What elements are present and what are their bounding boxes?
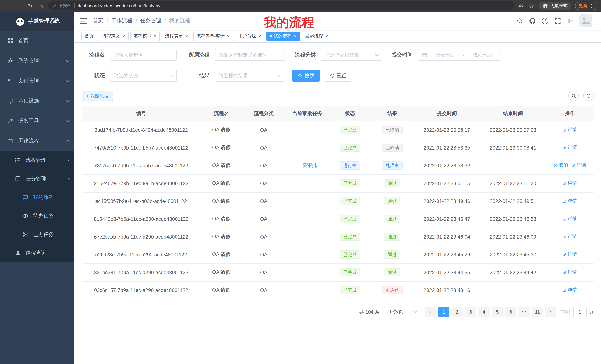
chevron-down-icon [278, 73, 282, 77]
page-button-5[interactable]: 5 [492, 307, 503, 317]
page-button-1[interactable]: 1 [438, 307, 450, 317]
table-row: 03c6c157-7b9a-11ec-a290-acde48001122OA 请… [82, 281, 594, 299]
detail-link[interactable]: 详情 [562, 198, 577, 204]
tab-process-definition[interactable]: 流程定义× [99, 31, 128, 41]
tab-my-process[interactable]: 我的流程× [266, 31, 300, 41]
page-button-4[interactable]: 4 [478, 307, 490, 317]
result-badge: 通过 [384, 233, 401, 241]
reset-button[interactable]: 重置 [324, 70, 352, 82]
cell-end-time: 2022-01-23 00:08:41 [480, 139, 546, 157]
detail-link[interactable]: 详情 [562, 234, 577, 240]
tab-close-icon[interactable]: × [122, 34, 125, 38]
tab-close-icon[interactable]: × [154, 34, 156, 38]
page-button-6[interactable]: 6 [505, 307, 516, 317]
category-select[interactable]: 请选择流程分类 [321, 49, 382, 61]
search-icon[interactable] [517, 18, 523, 24]
reload-icon[interactable]: ↻ [26, 3, 34, 9]
sidebar-item-infrastructure[interactable]: 基础设施 [0, 91, 74, 111]
breadcrumb-item[interactable]: 任务管理 [140, 18, 161, 24]
page-button-11[interactable]: 11 [532, 307, 543, 317]
page-size-select[interactable]: 10条/页 [384, 307, 420, 317]
page-button-3[interactable]: 3 [465, 307, 476, 317]
forward-icon[interactable]: → [15, 3, 23, 9]
cancel-link[interactable]: 取消 [553, 162, 568, 169]
avatar-menu[interactable] [580, 14, 596, 27]
font-size-icon[interactable]: TT [567, 18, 573, 24]
sidebar-item-leave-query[interactable]: 请假查询 [0, 244, 74, 262]
edit-icon [562, 288, 567, 292]
result-badge: 通过 [384, 215, 401, 223]
create-process-button[interactable]: + 发起流程 [82, 91, 113, 101]
goto-page-input[interactable] [573, 307, 587, 317]
detail-link[interactable]: 详情 [562, 127, 577, 133]
range-separator: - [463, 52, 464, 58]
page-button-2[interactable]: 2 [452, 307, 463, 317]
toggle-search-button[interactable] [568, 91, 579, 101]
sidebar-item-workflow[interactable]: 工作流程 [0, 131, 74, 151]
table-row: 52ffd28e-7b9a-11ec-a290-acde48001122OA 请… [82, 246, 594, 263]
tab-home[interactable]: 首页 [81, 31, 97, 41]
tab-close-icon[interactable]: × [185, 34, 188, 38]
avatar[interactable] [580, 14, 592, 27]
address-bar[interactable]: ⚠ 不安全 dashboard.yudao.iocoder.cn/bpm/tas… [48, 1, 515, 10]
tab-close-icon[interactable]: × [258, 34, 261, 38]
breadcrumb-item[interactable]: 工作流程 [111, 18, 132, 24]
sidebar-item-my-process[interactable]: 我的流程 [0, 188, 74, 207]
table-row: 3ad174fb-7b9d-11ec-8404-acde48001122OA 请… [82, 121, 594, 139]
process-definition-input[interactable] [215, 49, 285, 61]
sidebar-item-process-manage[interactable]: 流程管理 [0, 151, 74, 170]
fullscreen-icon[interactable] [555, 18, 561, 24]
date-range-picker[interactable]: 开始日期 - 结束日期 [418, 49, 501, 61]
tab-close-icon[interactable]: × [294, 34, 297, 38]
sidebar-item-done-tasks[interactable]: 已办任务 [0, 225, 74, 244]
back-icon[interactable]: ← [4, 3, 12, 9]
pagination: 共 104 条 10条/页 ‹ 123456···11 › 前往 页 [82, 307, 594, 317]
panda-logo-icon [15, 16, 25, 26]
breadcrumb-item[interactable]: 首页 [93, 18, 103, 24]
tab-start-process[interactable]: 发起流程× [302, 31, 331, 41]
detail-link[interactable]: 详情 [562, 180, 577, 186]
sidebar-item-todo-tasks[interactable]: 待办任务 [0, 207, 74, 225]
hamburger-icon[interactable] [74, 18, 93, 24]
process-name-input[interactable] [110, 49, 177, 61]
tab-user-group[interactable]: 用户分组× [235, 31, 264, 41]
cell-actions: 详情 [546, 121, 594, 139]
password-key-icon[interactable] [518, 2, 524, 9]
search-button[interactable]: 搜索 [292, 70, 320, 82]
sidebar-item-home[interactable]: 首页 [0, 31, 74, 51]
sidebar-item-payment[interactable]: ¥支付管理 [0, 71, 74, 91]
detail-link[interactable]: 详情 [562, 144, 577, 151]
browser-menu-icon[interactable]: ⋮ [589, 3, 594, 8]
tab-close-icon[interactable]: × [227, 34, 230, 38]
status-select[interactable]: 请选择状态 [110, 70, 177, 82]
detail-link[interactable]: 详情 [562, 287, 577, 293]
result-badge: 已取消 [382, 144, 403, 152]
cell-result: 通过 [371, 174, 414, 192]
detail-link[interactable]: 详情 [562, 251, 577, 258]
chevron-down-icon [67, 120, 69, 122]
detail-link[interactable]: 详情 [572, 162, 586, 169]
question-icon[interactable]: ? [542, 18, 548, 24]
bookmark-star-icon[interactable]: ☆ [528, 2, 535, 9]
current-task-link[interactable]: 一级审批 [298, 163, 317, 168]
security-warning[interactable]: ⚠ 不安全 [53, 3, 71, 9]
prev-page-button[interactable]: ‹ [425, 307, 436, 317]
github-icon[interactable] [529, 18, 536, 24]
tab-process-form[interactable]: 流程表单× [161, 31, 191, 41]
task-manage-icon [15, 176, 21, 182]
tab-process-model[interactable]: 流程模型× [130, 31, 160, 41]
detail-link[interactable]: 详情 [562, 216, 577, 222]
sidebar-item-devtools[interactable]: 研发工具 [0, 111, 74, 131]
next-page-button[interactable]: › [545, 307, 556, 317]
update-button[interactable]: 更新 ⋮ [575, 2, 597, 10]
result-select[interactable]: 请选择流结果 [215, 70, 285, 82]
sidebar-item-system[interactable]: 系统管理 [0, 51, 74, 71]
detail-link[interactable]: 详情 [562, 269, 577, 276]
caret-down-icon [593, 22, 596, 25]
tab-close-icon[interactable]: × [325, 34, 328, 38]
refresh-table-button[interactable] [583, 91, 594, 101]
tab-process-form-edit[interactable]: 流程表单-编辑× [193, 31, 233, 41]
home-button-icon[interactable]: ⌂ [37, 3, 45, 9]
sidebar-item-task-manage[interactable]: 任务管理 [0, 170, 74, 188]
cell-status: 已完成 [329, 192, 371, 210]
